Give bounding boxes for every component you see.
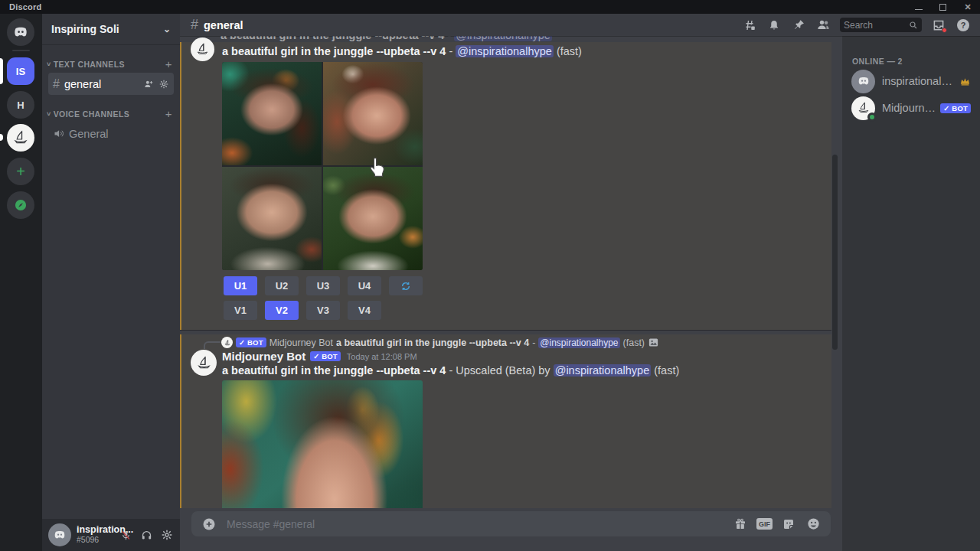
search-input[interactable] [844, 20, 909, 31]
channel-settings-gear-icon[interactable] [158, 79, 169, 90]
username: inspiration... [77, 525, 119, 536]
message-composer[interactable]: GIF [191, 511, 831, 536]
category-voice-channels[interactable]: ˅ VOICE CHANNELS + [42, 107, 180, 120]
user-avatar[interactable] [48, 523, 71, 546]
upscale-button-u2[interactable]: U2 [265, 276, 299, 295]
upscale-button-u3[interactable]: U3 [306, 276, 340, 295]
channel-sidebar: Inspiring Soli ⌄ ˅ TEXT CHANNELS + # gen… [42, 14, 180, 551]
reply-connector [204, 341, 220, 349]
server-owner-crown-icon [959, 76, 971, 87]
server-icon-is[interactable]: IS [7, 57, 34, 85]
server-header[interactable]: Inspiring Soli ⌄ [42, 14, 180, 45]
create-channel-button[interactable]: + [165, 107, 172, 120]
help-icon[interactable]: ? [956, 18, 971, 33]
server-icon-h[interactable]: H [7, 91, 34, 119]
category-label: VOICE CHANNELS [54, 109, 130, 119]
bot-badge: ✓ BOT [236, 337, 266, 347]
variation-button-v2[interactable]: V2 [265, 301, 299, 320]
create-channel-button[interactable]: + [165, 57, 172, 70]
voice-channel-general[interactable]: General [48, 122, 174, 145]
author-name[interactable]: Midjourney Bot [222, 350, 305, 363]
upscale-button-u1[interactable]: U1 [224, 276, 257, 295]
channel-general[interactable]: # general [48, 73, 174, 95]
chat-header: # general [180, 14, 980, 36]
reply-prompt: a beautiful girl in the junggle --upbeta… [336, 337, 529, 348]
variation-button-v3[interactable]: V3 [306, 301, 340, 320]
reroll-button[interactable] [389, 276, 423, 295]
unread-server-pill [0, 134, 3, 141]
midjourney-bot-avatar[interactable] [191, 350, 217, 376]
member-list: ONLINE — 2 inspirationalhype Midjourney … [842, 36, 980, 551]
inbox-unread-badge [942, 28, 947, 33]
gift-icon[interactable] [732, 516, 749, 533]
grid-image-2[interactable] [323, 62, 423, 165]
upscaled-image[interactable] [222, 380, 423, 508]
member-inspirationalhype[interactable]: inspirationalhype [847, 68, 975, 94]
threads-icon[interactable] [742, 18, 757, 33]
sailboat-icon [194, 41, 211, 57]
message-author-row: Midjourney Bot ✓ BOT Today at 12:08 PM [222, 350, 417, 363]
gif-picker-button[interactable]: GIF [756, 518, 773, 530]
mic-muted-button[interactable] [119, 528, 132, 542]
chat-area: a beautiful girl in the junggle --upbeta… [180, 36, 842, 551]
reply-reference[interactable]: ✓ BOT Midjourney Bot a beautiful girl in… [221, 336, 659, 349]
message-content: a beautiful girl in the junggle --upbeta… [222, 364, 679, 377]
midjourney-bot-avatar[interactable] [191, 37, 214, 61]
deafen-button[interactable] [139, 528, 153, 542]
member-name: Midjourney Bot [882, 102, 936, 114]
member-list-toggle-icon[interactable] [815, 18, 831, 33]
image-attachment-icon [648, 337, 659, 348]
caret-icon: ˅ [47, 110, 51, 118]
message-input[interactable] [227, 518, 732, 530]
invite-people-icon[interactable] [143, 79, 154, 90]
home-button[interactable] [7, 18, 34, 46]
grid-image-1[interactable] [222, 62, 322, 165]
timestamp: Today at 12:08 PM [347, 352, 417, 361]
mention-pill[interactable]: @inspirationalhype [538, 337, 619, 348]
sailboat-icon [195, 354, 213, 372]
user-discriminator: #5096 [77, 536, 119, 545]
sailboat-icon [11, 129, 30, 147]
notifications-bell-icon[interactable] [766, 18, 782, 33]
mention-pill[interactable]: @inspirationalhype [554, 364, 652, 377]
pinned-messages-icon[interactable] [791, 18, 806, 33]
hash-icon: # [191, 17, 198, 33]
channel-title: general [204, 19, 243, 31]
attach-plus-icon[interactable] [201, 516, 217, 533]
rail-divider [12, 50, 30, 51]
mention-pill[interactable]: @inspirationalhype [456, 45, 554, 57]
maximize-button[interactable] [939, 4, 946, 11]
server-name: Inspiring Soli [51, 23, 119, 35]
app-title: Discord [9, 2, 41, 11]
reply-avatar [221, 337, 233, 348]
member-name: inspirationalhype [882, 75, 956, 87]
variation-button-v1[interactable]: V1 [224, 301, 257, 320]
minimize-button[interactable] [915, 5, 923, 10]
caret-icon: ˅ [47, 60, 51, 68]
variation-button-v4[interactable]: V4 [348, 301, 381, 320]
add-server-button[interactable]: + [7, 158, 34, 185]
explore-servers-button[interactable] [7, 191, 34, 219]
sticker-icon[interactable] [780, 516, 797, 533]
reply-author: Midjourney Bot [270, 337, 333, 348]
category-text-channels[interactable]: ˅ TEXT CHANNELS + [42, 57, 180, 70]
composer-area: GIF [180, 508, 842, 551]
member-midjourney-bot[interactable]: Midjourney Bot ✓ BOT [847, 95, 975, 121]
user-panel: inspiration... #5096 [42, 519, 180, 551]
compass-icon [13, 197, 28, 213]
clipped-previous-message: a beautiful girl in the junggle --upbeta… [220, 36, 649, 41]
grid-image-3[interactable] [222, 167, 322, 270]
generated-image-grid[interactable] [222, 62, 423, 270]
inbox-icon[interactable] [931, 18, 946, 33]
chat-scrollbar-thumb[interactable] [832, 155, 838, 350]
message-divider [180, 330, 831, 331]
upscale-button-u4[interactable]: U4 [348, 276, 381, 295]
user-settings-gear-icon[interactable] [160, 528, 174, 542]
discord-logo-icon [53, 528, 67, 542]
emoji-picker-icon[interactable] [805, 516, 822, 533]
server-icon-midjourney[interactable] [7, 124, 34, 152]
search-box[interactable] [840, 18, 922, 32]
close-button[interactable]: ✕ [963, 2, 972, 11]
grid-image-4[interactable] [323, 167, 423, 270]
bot-badge: ✓ BOT [310, 351, 341, 361]
